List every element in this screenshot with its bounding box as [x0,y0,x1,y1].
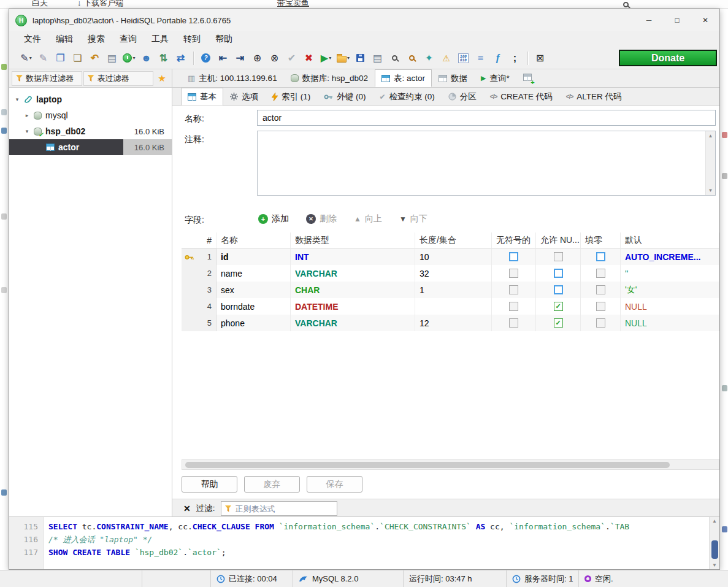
editor-tab-6[interactable]: </>CREATE 代码 [483,88,559,106]
default-cell[interactable]: '' [621,265,719,282]
title-bar[interactable]: H laptop\hsp_db02\actor\ - HeidiSQL Port… [9,9,719,31]
unsigned-checkbox[interactable] [509,285,518,294]
scroll-down-icon[interactable]: ▼ [710,562,719,568]
server-tab-1[interactable]: 数据库: hsp_db02 [284,69,375,87]
unsigned-cell[interactable] [492,248,536,265]
unsigned-cell[interactable] [492,315,536,331]
remove-field-button[interactable]: ✕ 删除 [306,213,337,224]
column-name-cell[interactable]: id [216,248,291,265]
maximize-icon[interactable]: □ [663,9,691,31]
menu-item-0[interactable]: 文件 [17,31,48,47]
minimize-icon[interactable]: ─ [635,9,663,31]
row-number-cell[interactable]: 2 [182,265,216,282]
close-icon[interactable]: ✕ [691,9,719,31]
column-header-6[interactable]: 填零 [581,232,621,248]
zerofill-checkbox[interactable] [596,302,605,311]
table-row[interactable]: 2nameVARCHAR32'' [182,265,719,282]
scroll-up-icon[interactable]: ▲ [708,133,713,139]
editor-tab-2[interactable]: 索引 (1) [265,88,317,106]
delimiter-button[interactable]: ; [507,50,523,66]
editor-tab-7[interactable]: </>ALTER 代码 [559,88,629,106]
menu-item-3[interactable]: 查询 [112,31,144,47]
column-name-cell[interactable]: borndate [216,298,291,315]
close-panel-button[interactable]: ⊠ [532,50,548,66]
default-cell[interactable]: NULL [621,298,719,315]
length-cell[interactable]: 10 [415,248,492,265]
collapse-arrow-icon[interactable]: ▾ [14,96,20,102]
table-filter-button[interactable]: 表过滤器 [83,71,154,86]
apply-record-button[interactable]: ✔ [283,50,300,66]
favorites-star-icon[interactable]: ★ [155,71,169,86]
undo-button[interactable]: ↶ [86,50,103,66]
allow-null-cell[interactable] [536,282,581,298]
server-tab-2[interactable]: 表: actor [375,69,432,87]
tree-item-mysql[interactable]: ▸ mysql [9,107,172,123]
table-row[interactable]: 3sexCHAR1'女' [182,282,719,298]
collapse-arrow-icon[interactable]: ▾ [24,128,30,134]
datatype-cell[interactable]: VARCHAR [291,265,415,282]
server-tab-3[interactable]: 数据 [432,69,474,87]
row-number-cell[interactable]: 4 [182,298,216,315]
allow-null-checkbox[interactable] [554,252,563,261]
copy-button[interactable]: ❐ [52,50,69,66]
zerofill-cell[interactable] [581,298,621,315]
menu-item-4[interactable]: 工具 [144,31,176,47]
table-name-input[interactable] [257,110,716,126]
unsigned-checkbox[interactable] [509,269,518,278]
allow-null-checkbox[interactable]: ✓ [554,302,563,311]
scrollbar-thumb[interactable] [185,462,670,468]
reformat-button[interactable]: ✦ [421,50,437,66]
help-button[interactable]: 帮助 [182,476,237,493]
editor-tab-4[interactable]: ✔检查约束 (0) [373,88,442,106]
length-cell[interactable]: 1 [415,282,492,298]
pencil-button[interactable]: ✎ [35,50,52,66]
tree-item-hsp-db02[interactable]: ▾ hsp_db02 16.0 KiB [9,123,172,139]
filter-regex-input[interactable] [236,504,333,513]
background-download-link[interactable]: ↓ 下载客户端 [77,0,123,8]
row-number-cell[interactable]: 5 [182,315,216,331]
zerofill-cell[interactable] [581,315,621,331]
datatype-cell[interactable]: INT [291,248,415,265]
scroll-down-icon[interactable]: ▼ [708,188,713,193]
go-first-button[interactable]: ⇤ [215,50,231,66]
tree-item-actor[interactable]: actor 16.0 KiB [9,139,172,155]
background-theme-link[interactable]: 白天 [32,0,48,8]
table-row[interactable]: 1idINT10AUTO_INCREME... [182,248,719,265]
add-record-button[interactable]: ⊕ [249,50,266,66]
column-header-1[interactable]: 名称 [216,232,291,248]
zerofill-cell[interactable] [581,248,621,265]
new-pencil-button[interactable]: ✎▾ [18,50,34,66]
warning-button[interactable]: ⚠ [438,50,454,66]
unsigned-cell[interactable] [492,282,536,298]
row-number-cell[interactable]: 1 [182,248,216,265]
print-button[interactable]: ▤ [104,50,120,66]
table-row[interactable]: 5phoneVARCHAR12✓NULL [182,315,719,331]
zerofill-cell[interactable] [581,265,621,282]
format-sql-button[interactable]: ƒ [489,50,506,66]
column-name-cell[interactable]: sex [216,282,291,298]
column-header-2[interactable]: 数据类型 [291,232,415,248]
open-file-button[interactable]: ▾ [335,50,351,66]
search-button[interactable] [386,50,403,66]
comment-scrollbar[interactable]: ▲ ▼ [705,131,715,195]
unsigned-cell[interactable] [492,298,536,315]
column-name-cell[interactable]: name [216,265,291,282]
go-last-button[interactable]: ⇥ [232,50,248,66]
default-cell[interactable]: AUTO_INCREME... [621,248,719,265]
column-name-cell[interactable]: phone [216,315,291,331]
help-button[interactable]: ? [197,50,214,66]
move-up-button[interactable]: ▲ 向上 [354,213,382,224]
save-file-button[interactable] [352,50,369,66]
allow-null-checkbox[interactable]: ✓ [554,318,563,328]
unsigned-checkbox[interactable] [509,252,518,261]
column-header-0[interactable]: # [182,232,216,248]
allow-null-cell[interactable] [536,248,581,265]
allow-null-cell[interactable]: ✓ [536,298,581,315]
user-manager-button[interactable]: ☻ [138,50,155,66]
server-tab-5[interactable]: + [516,69,538,87]
editor-tab-3[interactable]: 外键 (0) [317,88,372,106]
database-filter-button[interactable]: 数据库过滤器 [12,71,82,86]
binary-view-button[interactable]: 100010 [455,50,472,66]
allow-null-cell[interactable] [536,265,581,282]
server-tab-4[interactable]: ▶查询* [474,69,516,87]
